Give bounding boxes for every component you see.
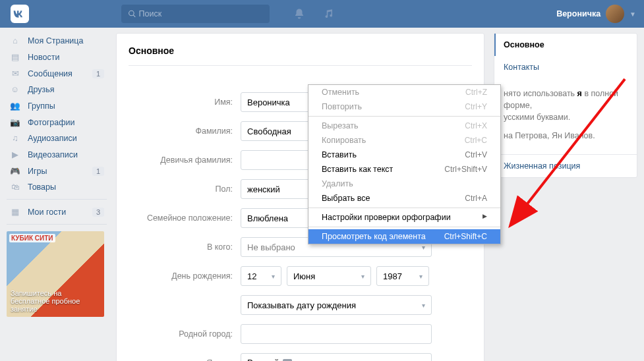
music-icon[interactable] [322, 8, 334, 20]
sidebar-item-label: Видеозаписи [28, 150, 78, 159]
label-maiden: Девичья фамилия: [129, 155, 241, 165]
ad-block[interactable]: КУБИК СИТИ Запишитесь на бесплатное проб… [7, 231, 104, 317]
tab-main[interactable]: Основное [494, 34, 637, 56]
avatar [606, 5, 624, 23]
label-surname: Фамилия: [129, 126, 241, 136]
context-menu: ОтменитьCtrl+Z ПовторитьCtrl+Y ВырезатьC… [308, 84, 501, 244]
select-value: 12 [247, 271, 256, 281]
camera-icon: 📷 [9, 117, 21, 127]
sidebar-item-mypage[interactable]: ⌂Моя Страница [7, 33, 107, 49]
ctx-undo[interactable]: ОтменитьCtrl+Z [308, 85, 500, 99]
sidebar-item-label: Фотографии [28, 118, 74, 127]
chevron-down-icon: ▾ [422, 244, 425, 251]
sidebar-item-label: Сообщения [28, 69, 73, 78]
sidebar-item-label: Аудиозаписи [28, 134, 77, 143]
profile-link[interactable]: Вероничка ▼ [556, 5, 636, 23]
badge: 3 [92, 208, 104, 217]
life-position-link[interactable]: Жизненная позиция [494, 154, 637, 177]
grid-icon: ▦ [9, 207, 21, 217]
bday-day-select[interactable]: 12▾ [241, 266, 281, 286]
svg-point-1 [129, 11, 134, 16]
sidebar-item-groups[interactable]: 👥Группы [7, 97, 107, 114]
video-icon: ▶ [9, 150, 21, 159]
ctx-inspect[interactable]: Просмотреть код элементаCtrl+Shift+C [308, 229, 500, 244]
select-value: 1987 [383, 271, 402, 281]
home-icon: ⌂ [9, 36, 21, 45]
ctx-paste[interactable]: ВставитьCtrl+V [308, 148, 500, 162]
chevron-down-icon: ▾ [361, 273, 365, 280]
badge: 1 [92, 167, 104, 176]
ctx-select-all[interactable]: Выбрать всеCtrl+A [308, 191, 500, 206]
search-icon [128, 9, 136, 18]
sidebar-item-label: Товары [28, 182, 56, 192]
sidebar-item-video[interactable]: ▶Видеозаписи [7, 146, 107, 163]
chevron-down-icon: ▾ [272, 273, 275, 280]
sidebar-item-label: Моя Страница [28, 36, 83, 45]
ctx-copy[interactable]: КопироватьCtrl+C [308, 133, 500, 148]
sidebar-item-label: Мои гости [28, 208, 66, 217]
bag-icon: 🛍 [9, 182, 21, 192]
home-input[interactable] [241, 324, 432, 344]
ad-brand: КУБИК СИТИ [9, 234, 55, 242]
panel-title: Основное [129, 45, 472, 66]
select-value: женский [247, 184, 280, 194]
badge: 1 [92, 69, 104, 78]
ctx-spellcheck[interactable]: Настройки проверки орфографии [308, 210, 500, 225]
label-marital: Семейное положение: [129, 213, 241, 223]
ctx-redo[interactable]: ПовторитьCtrl+Y [308, 99, 500, 114]
separator [308, 208, 500, 208]
info-text: нято использовать я в полной форме, усск… [494, 78, 637, 154]
ctx-cut[interactable]: ВырезатьCtrl+X [308, 119, 500, 133]
select-value: Русский [247, 358, 279, 361]
sidebar-item-photos[interactable]: 📷Фотографии [7, 114, 107, 130]
label-whom: В кого: [129, 242, 241, 252]
bday-year-select[interactable]: 1987▾ [376, 266, 429, 286]
notifications-icon[interactable] [293, 8, 305, 20]
tab-contacts[interactable]: Контакты [494, 56, 637, 78]
messages-icon: ✉ [9, 69, 21, 78]
select-value: Влюблена [247, 213, 288, 223]
groups-icon: 👥 [9, 101, 21, 111]
separator [308, 116, 500, 117]
select-value: Не выбрано [247, 242, 295, 252]
sidebar-item-friends[interactable]: ☺Друзья [7, 82, 107, 97]
sidebar-item-label: Группы [28, 101, 55, 111]
friends-icon: ☺ [9, 85, 21, 94]
topbar: Вероничка ▼ [0, 0, 644, 28]
bday-month-select[interactable]: Июня▾ [287, 266, 371, 286]
search-input[interactable] [139, 9, 264, 18]
games-icon: 🎮 [9, 166, 21, 176]
select-value: Показывать дату рождения [247, 300, 356, 310]
chevron-down-icon: ▾ [422, 302, 425, 309]
ad-text: Запишитесь на бесплатное пробное занятие [11, 289, 100, 313]
sidebar-item-audio[interactable]: ♫Аудиозаписи [7, 130, 107, 146]
separator [7, 224, 107, 225]
audio-icon: ♫ [9, 134, 21, 143]
sidebar-item-label: Игры [28, 167, 47, 176]
profile-name: Вероничка [556, 9, 600, 18]
search-box[interactable] [121, 5, 270, 23]
label-sex: Пол: [129, 184, 241, 194]
vk-logo[interactable] [11, 5, 29, 23]
settings-tabs: Основное Контакты нято использовать я в … [494, 33, 637, 178]
right-column: Основное Контакты нято использовать я в … [494, 33, 637, 361]
sidebar-item-label: Новости [28, 53, 59, 62]
separator [7, 199, 107, 200]
select-value: Июня [293, 271, 315, 281]
sidebar: ⌂Моя Страница ▤Новости ✉Сообщения1 ☺Друз… [7, 33, 107, 361]
bday-show-select[interactable]: Показывать дату рождения▾ [241, 295, 432, 315]
label-langs: Языки: [129, 358, 241, 361]
sidebar-item-games[interactable]: 🎮Игры1 [7, 163, 107, 179]
sidebar-item-news[interactable]: ▤Новости [7, 49, 107, 65]
label-name: Имя: [129, 97, 241, 107]
news-icon: ▤ [9, 52, 21, 62]
label-home: Родной город: [129, 329, 241, 339]
ctx-paste-text[interactable]: Вставить как текстCtrl+Shift+V [308, 162, 500, 177]
sidebar-item-guests[interactable]: ▦Мои гости3 [7, 204, 107, 220]
sidebar-item-label: Друзья [28, 85, 55, 94]
sidebar-item-messages[interactable]: ✉Сообщения1 [7, 65, 107, 82]
chevron-down-icon: ▾ [419, 273, 423, 280]
lang-select[interactable]: Русский×▾ [241, 353, 432, 361]
sidebar-item-market[interactable]: 🛍Товары [7, 179, 107, 195]
ctx-delete[interactable]: Удалить [308, 177, 500, 191]
